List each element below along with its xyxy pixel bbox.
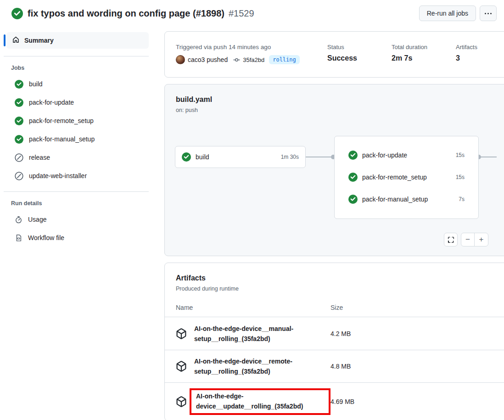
sidebar-job-release[interactable]: release [4, 149, 149, 166]
run-header: fix typos and wording on config page (#1… [0, 0, 504, 26]
stat-label: Artifacts [456, 44, 504, 50]
sidebar-item-summary[interactable]: Summary [6, 32, 149, 49]
success-icon [15, 80, 23, 89]
skipped-icon [15, 153, 23, 162]
main-content: Triggered via push 14 minutes ago caco3 … [156, 26, 504, 420]
success-icon [15, 135, 23, 144]
success-icon [15, 98, 23, 107]
success-icon [348, 173, 358, 182]
run-details-label: Workflow file [28, 233, 64, 242]
stat-label: Total duration [392, 44, 456, 50]
screen-full-icon [448, 236, 454, 243]
artifact-row: AI-on-the-edge-device__remote-setup__rol… [165, 350, 504, 382]
artifacts-subtitle: Produced during runtime [176, 286, 504, 292]
sidebar: Summary Jobs build pack-for-update pack-… [0, 26, 156, 246]
branch-badge[interactable]: rolling [269, 55, 300, 64]
stat-value: Success [327, 54, 392, 62]
artifacts-card: Artifacts Produced during runtime Name S… [164, 263, 504, 420]
selected-indicator [4, 34, 6, 46]
run-details-label: Usage [28, 215, 46, 224]
job-duration: 7s [459, 196, 465, 202]
run-details-list: Usage Workflow file [4, 211, 149, 246]
job-duration: 15s [456, 174, 465, 180]
artifact-size: 4.8 MB [330, 363, 504, 370]
job-label: pack-for-manual_setup [29, 134, 95, 144]
zoom-controls: − + [461, 233, 488, 246]
stat-total-duration: Total duration 2m 7s [392, 44, 456, 64]
artifact-name-link[interactable]: AI-on-the-edge-device__manual-setup__rol… [194, 325, 293, 342]
workflow-trigger: on: push [176, 107, 504, 113]
job-label: pack-for-remote_setup [362, 174, 451, 181]
job-label: pack-for-update [362, 151, 451, 159]
trigger-text: Triggered via push 14 minutes ago [176, 44, 327, 50]
divider [4, 56, 149, 56]
job-label: build [196, 153, 276, 161]
fullscreen-button[interactable] [444, 233, 458, 246]
run-details-heading: Run details [4, 198, 149, 208]
artifact-row-highlighted: AI-on-the-edge-device__update__rolling_(… [165, 382, 504, 420]
job-duration: 15s [456, 152, 465, 158]
graph-node-build[interactable]: build 1m 30s [175, 146, 306, 168]
success-icon [182, 152, 191, 162]
skipped-icon [15, 172, 23, 180]
sidebar-item-workflow-file[interactable]: Workflow file [4, 230, 149, 246]
stat-status: Status Success [327, 44, 392, 64]
zoom-out-button[interactable]: − [461, 233, 475, 246]
jobs-list: build pack-for-update pack-for-remote_se… [4, 76, 149, 184]
home-icon [12, 36, 20, 45]
sidebar-job-update-web-installer[interactable]: update-web-installer [4, 168, 149, 184]
graph-node-pack-for-update[interactable]: pack-for-update 15s [335, 144, 478, 166]
rerun-all-jobs-button[interactable]: Re-run all jobs [419, 6, 476, 21]
avatar[interactable] [176, 55, 185, 64]
actor-action: pushed [207, 56, 228, 63]
job-label: update-web-installer [29, 171, 87, 180]
sidebar-job-pack-for-remote-setup[interactable]: pack-for-remote_setup [4, 112, 149, 129]
artifacts-table-header: Name Size [165, 292, 504, 317]
summary-label: Summary [24, 37, 54, 44]
stat-artifacts: Artifacts 3 [456, 44, 504, 64]
artifact-name-link[interactable]: AI-on-the-edge-device__remote-setup__rol… [194, 358, 292, 375]
zoom-in-button[interactable]: + [475, 233, 488, 246]
more-options-button[interactable] [480, 6, 497, 21]
success-icon [348, 195, 358, 204]
run-title: fix typos and wording on config page (#1… [28, 8, 224, 19]
kebab-horizontal-icon [485, 13, 492, 14]
package-icon [176, 328, 194, 339]
artifact-size: 4.2 MB [330, 330, 504, 337]
stopwatch-icon [15, 216, 22, 224]
stat-label: Status [327, 44, 392, 50]
jobs-heading: Jobs [4, 63, 149, 73]
sidebar-item-usage[interactable]: Usage [4, 211, 149, 228]
run-number: #1529 [229, 8, 254, 19]
job-label: pack-for-remote_setup [29, 116, 94, 125]
run-success-icon [11, 8, 23, 19]
artifact-size: 4.69 MB [330, 398, 504, 405]
sidebar-job-build[interactable]: build [4, 76, 149, 92]
sidebar-job-pack-for-manual-setup[interactable]: pack-for-manual_setup [4, 131, 149, 147]
job-label: pack-for-manual_setup [362, 196, 454, 203]
artifacts-title: Artifacts [176, 274, 504, 282]
graph-node-pack-for-remote-setup[interactable]: pack-for-remote_setup 15s [335, 166, 478, 188]
actor-login[interactable]: caco3 [188, 56, 205, 63]
artifact-name-link-highlighted[interactable]: AI-on-the-edge-device__update__rolling_(… [190, 388, 330, 415]
sidebar-job-pack-for-update[interactable]: pack-for-update [4, 94, 149, 111]
package-icon [176, 361, 194, 372]
stat-value: 3 [456, 54, 504, 62]
workflow-file-icon [15, 234, 22, 242]
commit-sha-link[interactable]: 35fa2bd [243, 56, 264, 63]
stat-value: 2m 7s [392, 54, 456, 62]
column-header-name: Name [176, 304, 330, 311]
divider [4, 191, 149, 192]
graph-group-pack-jobs: pack-for-update 15s pack-for-remote_setu… [334, 136, 479, 219]
graph-connector-line [303, 157, 333, 157]
job-label: pack-for-update [29, 98, 74, 107]
graph-connector-line [479, 157, 497, 157]
graph-node-pack-for-manual-setup[interactable]: pack-for-manual_setup 7s [335, 188, 478, 210]
job-label: build [29, 79, 43, 89]
job-label: release [29, 153, 50, 162]
workflow-file-name: build.yaml [176, 95, 504, 104]
run-summary-card: Triggered via push 14 minutes ago caco3 … [164, 31, 504, 78]
workflow-graph-card: build.yaml on: push build 1m 30s pack-fo… [164, 84, 504, 256]
job-duration: 1m 30s [281, 154, 299, 160]
git-commit-icon [233, 56, 240, 63]
